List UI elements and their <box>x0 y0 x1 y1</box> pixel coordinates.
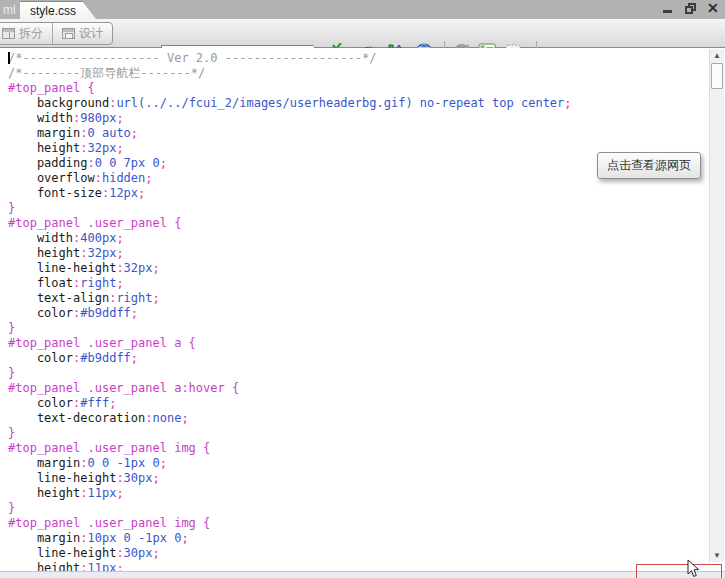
minimize-icon <box>663 10 672 13</box>
restore-button[interactable] <box>684 2 698 16</box>
split-view-icon <box>2 28 15 39</box>
code-line: #top_panel { <box>8 81 710 96</box>
editor-window: ml style.css ✕ 拆分 设计 标题: <box>0 0 725 578</box>
code-editor[interactable]: /*------------------- Ver 2.0 ----------… <box>0 48 710 571</box>
code-line: color:#b9ddff; <box>8 351 710 366</box>
code-line: background:url(../../fcui_2/images/userh… <box>8 96 710 111</box>
code-line: color:#b9ddff; <box>8 306 710 321</box>
code-line: #top_panel .user_panel a { <box>8 336 710 351</box>
code-line: } <box>8 321 710 336</box>
status-bar <box>0 571 725 578</box>
design-view-icon <box>62 28 75 39</box>
code-line: margin:0 auto; <box>8 126 710 141</box>
code-line: width:980px; <box>8 111 710 126</box>
code-line: margin:0 0 -1px 0; <box>8 456 710 471</box>
code-line: /*--------顶部导航栏-------*/ <box>8 66 710 81</box>
close-icon: ✕ <box>707 0 719 16</box>
code-line: height:11px; <box>8 561 710 571</box>
code-line: margin:10px 0 -1px 0; <box>8 531 710 546</box>
code-line: height:32px; <box>8 246 710 261</box>
code-line: float:right; <box>8 276 710 291</box>
minimize-button[interactable] <box>661 2 675 16</box>
code-line: /*------------------- Ver 2.0 ----------… <box>8 51 710 66</box>
tab-label: style.css <box>20 2 96 18</box>
scroll-up-icon[interactable]: ▲ <box>712 51 722 60</box>
code-line: height:11px; <box>8 486 710 501</box>
tab-bar: ml style.css ✕ <box>0 0 725 19</box>
code-line: font-size:12px; <box>8 186 710 201</box>
code-line: width:400px; <box>8 231 710 246</box>
view-mode-buttons: 拆分 设计 <box>0 22 113 45</box>
scroll-down-icon[interactable]: ▼ <box>712 551 722 560</box>
code-line: } <box>8 426 710 441</box>
scrollbar-thumb[interactable] <box>711 63 723 89</box>
code-line: text-align:right; <box>8 291 710 306</box>
code-line: line-height:30px; <box>8 546 710 561</box>
code-line: text-decoration:none; <box>8 411 710 426</box>
code-line: #top_panel .user_panel img { <box>8 441 710 456</box>
code-line: color:#fff; <box>8 396 710 411</box>
split-view-button[interactable]: 拆分 <box>0 23 52 44</box>
document-toolbar: 拆分 设计 标题: <> ▼ <> ▼ <box>0 19 725 48</box>
code-line: #top_panel .user_panel img { <box>8 516 710 531</box>
close-button[interactable]: ✕ <box>707 2 721 16</box>
vertical-scrollbar[interactable]: ▲ ▼ <box>709 49 724 562</box>
code-line: line-height:32px; <box>8 261 710 276</box>
code-line: } <box>8 366 710 381</box>
code-line: } <box>8 501 710 516</box>
code-lines: /*------------------- Ver 2.0 ----------… <box>0 48 710 571</box>
code-line: #top_panel .user_panel a:hover { <box>8 381 710 396</box>
code-line: line-height:30px; <box>8 471 710 486</box>
tab-style-css[interactable]: style.css <box>20 1 96 19</box>
code-line: #top_panel .user_panel { <box>8 216 710 231</box>
tab-html-partial[interactable]: ml <box>3 3 16 17</box>
window-controls: ✕ <box>661 2 721 16</box>
design-view-button[interactable]: 设计 <box>52 23 112 44</box>
view-source-button[interactable]: 点击查看源网页 <box>597 152 701 179</box>
text-caret <box>8 52 10 64</box>
code-line: } <box>8 201 710 216</box>
